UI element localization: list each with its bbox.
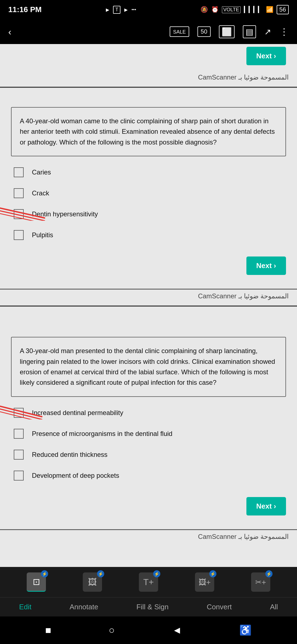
checkbox-crack[interactable]: [14, 188, 24, 198]
share-icon[interactable]: ↗: [264, 27, 271, 37]
add-image-badge: ⚡: [209, 570, 216, 577]
checkbox-microorganisms[interactable]: [14, 429, 24, 439]
redact-tool-badge: ⚡: [265, 570, 273, 577]
option1-dentin: Dentin hypersensitivity: [11, 204, 286, 225]
question2-text: A 30-year-old man presented to the denta…: [20, 347, 275, 386]
watermark-section1-bottom: المسموحة ضوئيا بـ CamScanner: [0, 290, 297, 305]
select-icon: ⊡: [33, 577, 40, 587]
content-area: Next › المسموحة ضوئيا بـ CamScanner A 40…: [0, 44, 297, 567]
more-dots: •••: [131, 7, 136, 12]
status-right-icons: 🔕 ⏰ VOLTE ▎▎▎▎ 📶 56: [200, 5, 289, 14]
options2-list: Increased dentinal permeability Presence…: [11, 402, 286, 486]
select-tool-badge: ⚡: [41, 570, 48, 577]
tab-all[interactable]: All: [262, 601, 286, 613]
option1-pulpitis: Pulpitis: [11, 225, 286, 245]
options1-list: Caries Crack Dentin hypersensitivity: [11, 162, 286, 245]
option2-permeability: Increased dentinal permeability: [11, 402, 286, 423]
watermark-section2-bottom: المسموحة ضوئيا بـ CamScanner: [0, 530, 297, 546]
top-next-container: Next ›: [0, 44, 297, 71]
option1-caries: Caries: [11, 162, 286, 183]
label-permeability: Increased dentinal permeability: [32, 409, 123, 417]
mute-icon: 🔕: [200, 6, 208, 13]
more-options-icon[interactable]: ⋮: [279, 26, 289, 37]
option2-deep-pockets: Development of deep pockets: [11, 465, 286, 486]
question2-box: A 30-year-old man presented to the denta…: [11, 337, 286, 397]
checkbox-reduced-dentin[interactable]: [14, 450, 24, 460]
next-btn-container2: Next ›: [11, 494, 286, 521]
wifi-icon: 📶: [266, 6, 273, 13]
lte-icon: VOLTE: [222, 6, 241, 13]
label-microorganisms: Presence of microorganisms in the dentin…: [32, 430, 172, 438]
home-button[interactable]: ○: [109, 624, 115, 636]
question1-box: A 40-year-old woman came to the clinic c…: [11, 107, 286, 156]
battery-icon: 56: [277, 5, 289, 14]
back-button[interactable]: ‹: [8, 26, 11, 37]
toolbar-right: SALE 50 ⬜ ▤ ↗ ⋮: [170, 25, 289, 38]
option2-reduced-dentin: Reduced dentin thickness: [11, 444, 286, 465]
youtube-icon: ▶: [106, 7, 109, 12]
checkbox-dentin[interactable]: [14, 209, 24, 219]
label-pulpitis: Pulpitis: [32, 231, 53, 239]
edit-image-tool-item[interactable]: 🖼 ⚡: [83, 572, 102, 592]
accessibility-button[interactable]: ♿: [239, 624, 252, 636]
edit-image-tool-icon: 🖼 ⚡: [83, 572, 102, 592]
checkbox-permeability[interactable]: [14, 408, 24, 418]
label-crack: Crack: [32, 189, 49, 197]
text-icon: T+: [143, 577, 154, 587]
next-btn-container1: Next ›: [11, 254, 286, 280]
text-tool-item[interactable]: T+ ⚡: [139, 572, 158, 592]
redact-icon: ✂+: [255, 578, 266, 587]
checkbox-pulpitis[interactable]: [14, 230, 24, 240]
stop-button[interactable]: ■: [45, 624, 51, 636]
bottom-tools-row: ⊡ ⚡ 🖼 ⚡ T+ ⚡ 🖼+ ⚡: [0, 567, 297, 597]
grid-icon[interactable]: ▤: [243, 25, 256, 38]
text-tool-icon: T+ ⚡: [139, 572, 158, 592]
status-bar: 11:16 PM ▶ T ▶ ••• 🔕 ⏰ VOLTE ▎▎▎▎ 📶 56: [0, 0, 297, 19]
android-nav: ■ ○ ◄ ♿: [0, 616, 297, 644]
question1-text: A 40-year-old woman came to the clinic c…: [20, 117, 275, 146]
crop-icon[interactable]: ⬜: [219, 25, 235, 38]
label-reduced-dentin: Reduced dentin thickness: [32, 451, 108, 459]
bottom-tabs-row: Edit Annotate Fill & Sign Convert All: [0, 597, 297, 616]
checkbox-caries[interactable]: [14, 167, 24, 177]
section1: A 40-year-old woman came to the clinic c…: [0, 88, 297, 290]
signal-icon: ▎▎▎▎: [244, 6, 263, 13]
alarm-icon: ⏰: [211, 6, 219, 13]
bottom-nav: ⊡ ⚡ 🖼 ⚡ T+ ⚡ 🖼+ ⚡: [0, 567, 297, 644]
back-button-android[interactable]: ◄: [172, 624, 182, 636]
t-icon: T: [113, 6, 120, 14]
option2-microorganisms: Presence of microorganisms in the dentin…: [11, 423, 286, 444]
tab-annotate[interactable]: Annotate: [61, 601, 106, 613]
select-tool-icon: ⊡ ⚡: [27, 572, 46, 592]
checkbox-deep-pockets[interactable]: [14, 471, 24, 481]
youtube2-icon: ▶: [124, 7, 128, 12]
label-deep-pockets: Development of deep pockets: [32, 472, 119, 479]
label-caries: Caries: [32, 168, 51, 176]
section2: A 30-year-old man presented to the denta…: [0, 318, 297, 530]
tab-convert[interactable]: Convert: [199, 601, 240, 613]
sale-icon[interactable]: SALE: [170, 26, 189, 37]
add-image-tool-item[interactable]: 🖼+ ⚡: [195, 572, 214, 592]
number-icon[interactable]: 50: [197, 26, 211, 37]
text-tool-badge: ⚡: [153, 570, 160, 577]
edit-image-badge: ⚡: [97, 570, 104, 577]
edit-image-icon: 🖼: [88, 577, 97, 587]
top-next-button[interactable]: Next ›: [246, 47, 286, 65]
add-image-tool-icon: 🖼+ ⚡: [195, 572, 214, 592]
option1-crack: Crack: [11, 183, 286, 204]
watermark-section1-top: المسموحة ضوئيا بـ CamScanner: [0, 71, 297, 87]
status-time: 11:16 PM: [8, 5, 42, 14]
add-image-icon: 🖼+: [199, 578, 211, 587]
label-dentin: Dentin hypersensitivity: [32, 210, 98, 218]
tab-edit[interactable]: Edit: [11, 601, 40, 613]
redact-tool-item[interactable]: ✂+ ⚡: [251, 572, 270, 592]
status-center-icons: ▶ T ▶ •••: [106, 6, 136, 14]
select-tool-item[interactable]: ⊡ ⚡: [27, 572, 46, 592]
redact-tool-icon: ✂+ ⚡: [251, 572, 270, 592]
toolbar: ‹ SALE 50 ⬜ ▤ ↗ ⋮: [0, 19, 297, 44]
tab-fill-sign[interactable]: Fill & Sign: [128, 601, 177, 613]
next-button-section1[interactable]: Next ›: [246, 256, 286, 275]
next-button-section2[interactable]: Next ›: [246, 497, 286, 515]
